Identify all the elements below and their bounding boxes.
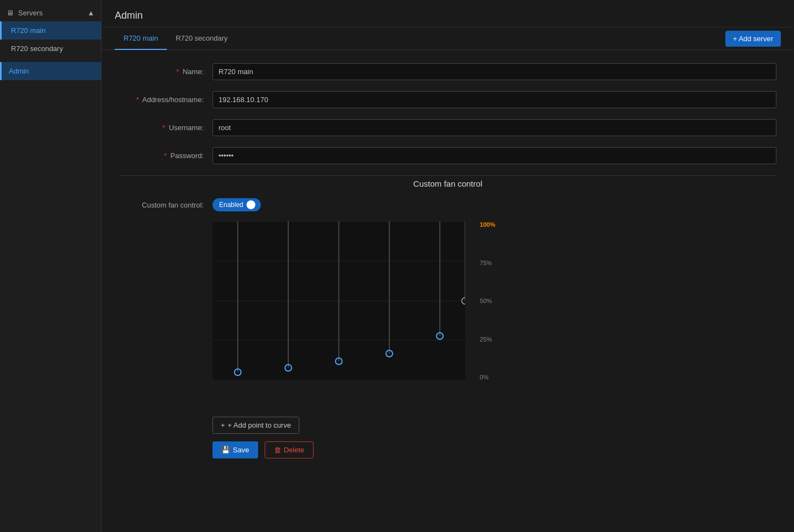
fan-control-label: Custom fan control: <box>119 201 213 209</box>
page-header: Admin <box>102 0 794 27</box>
chart-inner: 100% 75% 50% 25% 0% 0°C 20°C 40°C 60°C 8… <box>213 221 465 380</box>
username-row: * Username: <box>119 119 776 136</box>
sidebar-item-label: R720 secondary <box>11 44 63 53</box>
address-label: * Address/hostname: <box>119 96 213 104</box>
save-icon: 💾 <box>221 446 230 454</box>
y-label-100: 100% <box>480 221 495 228</box>
delete-label: Delete <box>284 446 305 454</box>
tabs-list: R720 main R720 secondary <box>115 27 237 49</box>
y-label-0: 0% <box>480 374 495 380</box>
servers-section-header[interactable]: 🖥 Servers ▲ <box>0 4 101 21</box>
fan-curve-chart: 100% 75% 50% 25% 0% 0°C 20°C 40°C 60°C 8… <box>213 221 498 408</box>
delete-icon: 🗑 <box>274 446 281 454</box>
page-title: Admin <box>115 10 781 21</box>
address-required: * <box>136 96 139 104</box>
sidebar-item-r720-secondary[interactable]: R720 secondary <box>0 40 101 58</box>
save-button[interactable]: 💾 Save <box>213 441 258 458</box>
add-point-label: + Add point to curve <box>228 421 291 429</box>
username-label: * Username: <box>119 124 213 132</box>
y-label-75: 75% <box>480 260 495 266</box>
password-field[interactable] <box>213 147 776 164</box>
password-row: * Password: <box>119 147 776 164</box>
name-row: * Name: <box>119 63 776 80</box>
save-label: Save <box>233 446 249 454</box>
sidebar-item-label: R720 main <box>11 26 46 35</box>
toggle-circle <box>247 200 255 209</box>
username-required: * <box>163 124 165 132</box>
main-content: Admin R720 main R720 secondary + Add ser… <box>102 0 794 532</box>
action-buttons: 💾 Save 🗑 Delete <box>213 441 776 458</box>
add-point-button[interactable]: + + Add point to curve <box>213 417 299 434</box>
server-icon: 🖥 <box>7 9 14 17</box>
fan-control-row: Custom fan control: Enabled <box>119 198 776 211</box>
tabs-bar: R720 main R720 secondary + Add server <box>102 27 794 50</box>
address-field[interactable] <box>213 91 776 108</box>
password-label: * Password: <box>119 152 213 160</box>
sidebar: 🖥 Servers ▲ R720 main R720 secondary Adm… <box>0 0 102 532</box>
delete-button[interactable]: 🗑 Delete <box>265 441 314 458</box>
password-required: * <box>164 152 167 160</box>
tab-r720-secondary[interactable]: R720 secondary <box>167 27 237 50</box>
servers-label: Servers <box>18 9 43 17</box>
y-axis-labels: 100% 75% 50% 25% 0% <box>480 221 495 380</box>
name-required: * <box>176 68 179 76</box>
sidebar-item-admin[interactable]: Admin <box>0 62 101 80</box>
plus-icon: + <box>221 421 225 429</box>
username-field[interactable] <box>213 119 776 136</box>
sidebar-admin-label: Admin <box>9 67 29 75</box>
add-server-button[interactable]: + Add server <box>725 31 781 47</box>
tab-r720-main[interactable]: R720 main <box>115 27 167 50</box>
fan-control-section-title: Custom fan control <box>119 175 776 188</box>
name-label: * Name: <box>119 68 213 76</box>
sidebar-item-r720-main[interactable]: R720 main <box>0 21 101 40</box>
y-label-25: 25% <box>480 336 495 343</box>
chevron-up-icon: ▲ <box>87 9 94 17</box>
y-label-50: 50% <box>480 298 495 304</box>
chart-buttons-row: + + Add point to curve <box>213 417 776 434</box>
name-field[interactable] <box>213 63 776 80</box>
fan-control-toggle[interactable]: Enabled <box>213 198 261 211</box>
chart-svg <box>213 221 465 380</box>
address-row: * Address/hostname: <box>119 91 776 108</box>
form-area: * Name: * Address/hostname: * Username: … <box>102 50 794 532</box>
toggle-label: Enabled <box>219 201 243 209</box>
